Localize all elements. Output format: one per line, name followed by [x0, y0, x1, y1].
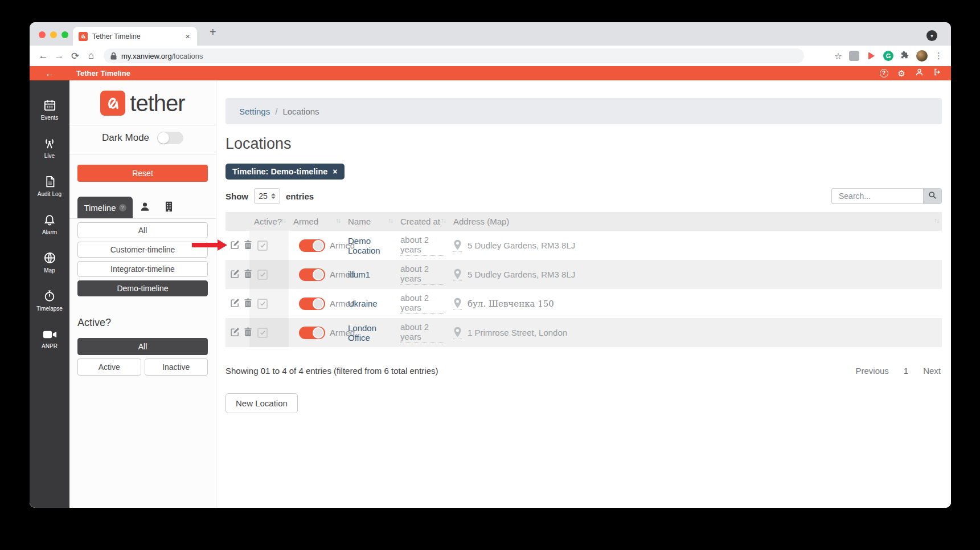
tab-timeline[interactable]: Timeline ?	[77, 197, 133, 218]
pagination-next[interactable]: Next	[923, 366, 941, 376]
tab-timeline-label: Timeline	[84, 203, 116, 213]
edit-icon[interactable]	[230, 298, 240, 309]
extension-play-icon[interactable]	[866, 51, 876, 61]
collapse-sidebar-icon[interactable]: ←	[30, 68, 69, 78]
address-text: 5 Dudley Gardens, RM3 8LJ	[468, 270, 575, 279]
map-pin-icon[interactable]	[453, 298, 462, 310]
new-tab-button[interactable]: +	[210, 26, 216, 39]
pagination-previous[interactable]: Previous	[855, 366, 888, 376]
header-active[interactable]: Active?↑↓	[249, 212, 289, 231]
close-window-button[interactable]	[39, 31, 46, 38]
sidebar-item-audit-log[interactable]: Audit Log	[30, 167, 69, 205]
url-host: my.xanview.org	[121, 52, 172, 60]
edit-icon[interactable]	[230, 240, 240, 251]
active-filter-inactive[interactable]: Inactive	[145, 358, 208, 376]
profile-avatar[interactable]	[916, 50, 928, 62]
timeline-filter-chip[interactable]: Timeline: Demo-timeline ×	[225, 164, 345, 180]
armed-toggle[interactable]	[299, 239, 325, 252]
logout-icon[interactable]	[933, 68, 942, 79]
help-icon[interactable]: ?	[880, 69, 888, 78]
extension-icon[interactable]	[849, 51, 859, 61]
tab-search-button[interactable]: ▾	[926, 30, 937, 41]
location-name[interactable]: Demo Location	[343, 231, 396, 260]
address-text: 5 Dudley Gardens, RM3 8LJ	[468, 241, 575, 250]
delete-icon[interactable]	[244, 240, 252, 251]
created-at: about 2 years	[400, 322, 444, 343]
building-icon	[164, 201, 174, 214]
map-pin-icon[interactable]	[453, 268, 462, 281]
minimize-window-button[interactable]	[50, 31, 57, 38]
grammarly-icon[interactable]: G	[883, 51, 893, 61]
sidebar-item-timelapse[interactable]: Timelapse	[30, 282, 69, 320]
tab-companies[interactable]	[157, 197, 181, 218]
map-pin-icon[interactable]	[453, 327, 462, 339]
search-input[interactable]	[831, 188, 923, 204]
pagination-page-1[interactable]: 1	[904, 366, 908, 376]
sidebar-item-alarm[interactable]: Alarm	[30, 205, 69, 243]
chip-close-icon[interactable]: ×	[333, 167, 337, 176]
timeline-filter-all[interactable]: All	[77, 222, 208, 238]
active-checkbox[interactable]	[257, 299, 268, 309]
sidebar-item-events[interactable]: Events	[30, 91, 69, 129]
sidebar-item-map[interactable]: Map	[30, 243, 69, 282]
active-checkbox[interactable]	[257, 270, 268, 280]
location-name[interactable]: London Office	[343, 318, 396, 347]
sidebar-item-live[interactable]: Live	[30, 129, 69, 167]
reload-icon[interactable]: ⟳	[67, 50, 83, 62]
dark-mode-toggle[interactable]	[157, 132, 183, 144]
locations-table: Active?↑↓ Armed↑↓ Name↑↓ Created at↑↓ Ad…	[225, 212, 942, 347]
active-filter-active[interactable]: Active	[77, 358, 141, 376]
delete-icon[interactable]	[244, 298, 252, 309]
edit-icon[interactable]	[230, 269, 240, 280]
page-size-select[interactable]: 25	[254, 188, 280, 204]
active-checkbox[interactable]	[257, 328, 268, 338]
map-pin-icon[interactable]	[453, 239, 462, 252]
armed-toggle[interactable]	[299, 268, 325, 281]
breadcrumb-settings-link[interactable]: Settings	[239, 107, 270, 116]
home-icon[interactable]: ⌂	[83, 50, 99, 62]
timeline-filter-demo-selected[interactable]: Demo-timeline	[77, 280, 208, 296]
browser-menu-icon[interactable]: ⋮	[934, 51, 943, 61]
maximize-window-button[interactable]	[61, 31, 68, 38]
search-button[interactable]	[923, 188, 942, 204]
sort-icon: ↑↓	[281, 217, 285, 225]
back-icon[interactable]: ←	[35, 50, 51, 62]
broadcast-icon	[43, 137, 56, 150]
sidebar-label: Audit Log	[38, 191, 61, 197]
delete-icon[interactable]	[244, 269, 252, 280]
forward-icon[interactable]: →	[51, 50, 67, 62]
tab-close-icon[interactable]: ×	[184, 31, 191, 41]
globe-icon	[43, 251, 56, 264]
header-armed[interactable]: Armed↑↓	[289, 212, 343, 231]
header-name[interactable]: Name↑↓	[343, 212, 396, 231]
armed-toggle[interactable]	[299, 327, 325, 339]
settings-gear-icon[interactable]: ⚙	[898, 69, 905, 78]
page-size-value: 25	[259, 192, 268, 201]
select-caret-icon	[271, 193, 276, 199]
delete-icon[interactable]	[244, 327, 252, 339]
header-created[interactable]: Created at↑↓	[396, 212, 449, 231]
armed-toggle[interactable]	[299, 298, 325, 310]
sidebar-label: Timelapse	[36, 305, 63, 312]
tab-customers[interactable]	[133, 197, 157, 218]
created-at: about 2 years	[400, 235, 444, 256]
location-name[interactable]: Ukraine	[343, 289, 396, 318]
location-name[interactable]: illum1	[343, 260, 396, 289]
header-address[interactable]: Address (Map)↑↓	[449, 212, 942, 231]
user-icon[interactable]	[915, 68, 924, 79]
table-header-row: Active?↑↓ Armed↑↓ Name↑↓ Created at↑↓ Ad…	[225, 212, 942, 231]
browser-tab[interactable]: Tether Timeline ×	[73, 27, 197, 46]
timeline-filter-integrator[interactable]: Integrator-timeline	[77, 261, 208, 277]
sidebar-item-anpr[interactable]: ANPR	[30, 320, 69, 358]
icon-sidebar: Events Live Audit Log Alarm Map Timelaps…	[30, 80, 69, 508]
document-icon	[44, 175, 56, 188]
address-bar[interactable]: my.xanview.org/locations	[104, 48, 804, 63]
timeline-filter-customer[interactable]: Customer-timeline	[77, 242, 208, 258]
edit-icon[interactable]	[230, 327, 240, 339]
active-checkbox[interactable]	[257, 241, 268, 251]
extensions-puzzle-icon[interactable]	[900, 51, 909, 62]
bookmark-star-icon[interactable]: ☆	[834, 51, 842, 62]
active-filter-all-selected[interactable]: All	[77, 338, 208, 355]
reset-button[interactable]: Reset	[77, 165, 208, 182]
new-location-button[interactable]: New Location	[225, 393, 298, 413]
